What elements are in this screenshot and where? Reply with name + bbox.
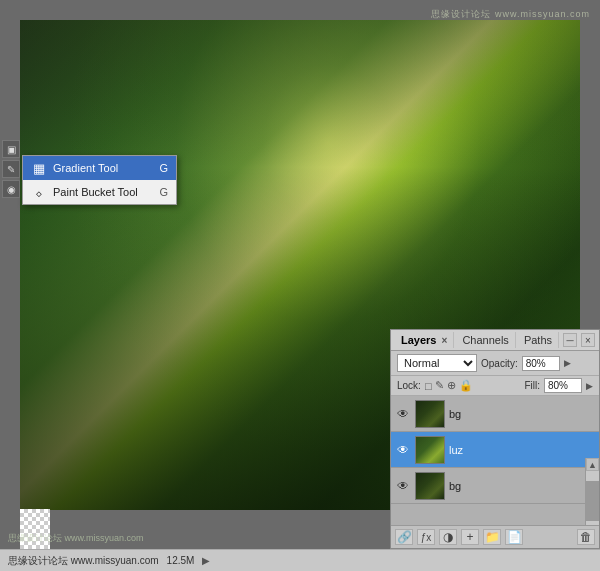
new-group-btn[interactable]: 📁: [483, 529, 501, 545]
lock-fill-row: Lock: □ ✎ ⊕ 🔒 Fill: ▶: [391, 376, 599, 396]
status-file-size: 12.5M: [167, 555, 195, 566]
layer-eye-bg-top[interactable]: 👁: [395, 406, 411, 422]
new-fill-layer-btn[interactable]: ◑: [439, 529, 457, 545]
lock-pixels-btn[interactable]: ✎: [435, 379, 444, 392]
layer-thumb-bg-bottom: [415, 472, 445, 500]
layer-thumb-bg-top: [415, 400, 445, 428]
fill-label: Fill:: [524, 380, 540, 391]
tool-btn-3[interactable]: ◉: [2, 180, 20, 198]
link-layers-btn[interactable]: 🔗: [395, 529, 413, 545]
layer-item-bg-top[interactable]: 👁 bg: [391, 396, 599, 432]
panel-window-controls: ─ ×: [563, 333, 595, 347]
gradient-tool-label: Gradient Tool: [53, 162, 153, 174]
layers-panel: Layers × Channels Paths ─ × Normal Opaci…: [390, 329, 600, 549]
paint-bucket-tool-label: Paint Bucket Tool: [53, 186, 153, 198]
delete-layer-btn[interactable]: 🗑: [577, 529, 595, 545]
panel-minimize-btn[interactable]: ─: [563, 333, 577, 347]
watermark-top: 思缘设计论坛 www.missyuan.com: [431, 8, 590, 21]
panel-resize-handle[interactable]: [391, 330, 599, 334]
fill-arrow-icon[interactable]: ▶: [586, 381, 593, 391]
left-tools-group: ▣ ✎ ◉: [2, 140, 20, 200]
layer-list-scrollbar[interactable]: ▲ ▼: [585, 458, 599, 525]
gradient-tool-shortcut: G: [159, 162, 168, 174]
layer-item-luz[interactable]: 👁 luz: [391, 432, 599, 468]
new-adj-layer-btn[interactable]: +: [461, 529, 479, 545]
fill-input[interactable]: [544, 378, 582, 393]
gradient-tool-item[interactable]: ▦ Gradient Tool G: [23, 156, 176, 180]
opacity-arrow-icon[interactable]: ▶: [564, 358, 571, 368]
scroll-up-btn[interactable]: ▲: [586, 458, 599, 471]
layer-item-bg-bottom[interactable]: 👁 bg: [391, 468, 599, 504]
lock-label: Lock:: [397, 380, 421, 391]
layer-thumb-luz: [415, 436, 445, 464]
status-arrow[interactable]: ▶: [202, 555, 210, 566]
lock-all-btn[interactable]: 🔒: [459, 379, 473, 392]
layer-eye-bg-bottom[interactable]: 👁: [395, 478, 411, 494]
paint-bucket-tool-shortcut: G: [159, 186, 168, 198]
lock-transparent-btn[interactable]: □: [425, 380, 432, 392]
paint-bucket-tool-icon: ⬦: [31, 184, 47, 200]
lock-icons-group: □ ✎ ⊕ 🔒: [425, 379, 473, 392]
paint-bucket-tool-item[interactable]: ⬦ Paint Bucket Tool G: [23, 180, 176, 204]
tool-btn-2[interactable]: ✎: [2, 160, 20, 178]
layer-name-bg-top: bg: [449, 408, 595, 420]
panel-close-btn[interactable]: ×: [581, 333, 595, 347]
tool-popup-menu: ▦ Gradient Tool G ⬦ Paint Bucket Tool G: [22, 155, 177, 205]
tab-paths[interactable]: Paths: [518, 332, 559, 348]
gradient-tool-icon: ▦: [31, 160, 47, 176]
layers-panel-bottom-toolbar: 🔗 ƒx ◑ + 📁 📄 🗑: [391, 525, 599, 548]
new-layer-btn[interactable]: 📄: [505, 529, 523, 545]
status-bar: 思缘设计论坛 www.missyuan.com 12.5M ▶: [0, 549, 600, 571]
blend-mode-select[interactable]: Normal: [397, 354, 477, 372]
scroll-thumb: [586, 481, 599, 521]
lock-position-btn[interactable]: ⊕: [447, 379, 456, 392]
layer-eye-luz[interactable]: 👁: [395, 442, 411, 458]
tab-channels[interactable]: Channels: [456, 332, 515, 348]
tool-btn-1[interactable]: ▣: [2, 140, 20, 158]
layer-name-luz: luz: [449, 444, 595, 456]
layer-style-btn[interactable]: ƒx: [417, 529, 435, 545]
status-doc-info: 思缘设计论坛 www.missyuan.com: [8, 554, 159, 568]
layer-name-bg-bottom: bg: [449, 480, 595, 492]
tab-layers-close[interactable]: ×: [442, 335, 448, 346]
opacity-label: Opacity:: [481, 358, 518, 369]
layer-list: 👁 bg 👁 luz 👁 bg ▲ ▼: [391, 396, 599, 525]
scroll-track[interactable]: [586, 471, 599, 525]
watermark-bottom-left: 思缘设计论坛 www.missyuan.com: [8, 532, 144, 545]
opacity-input[interactable]: [522, 356, 560, 371]
tab-layers[interactable]: Layers ×: [395, 332, 454, 348]
blend-opacity-row: Normal Opacity: ▶: [391, 351, 599, 376]
